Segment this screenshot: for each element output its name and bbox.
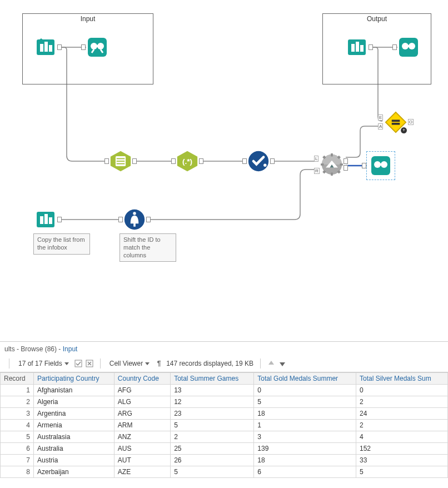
cell: 3 bbox=[254, 431, 356, 443]
results-grid[interactable]: RecordParticipating CountryCountry CodeT… bbox=[0, 372, 448, 478]
cell: 5 bbox=[356, 466, 447, 478]
cell: Algeria bbox=[34, 396, 115, 408]
cell: 18 bbox=[254, 455, 356, 466]
caret-down-icon bbox=[145, 362, 150, 365]
cell: 26 bbox=[171, 455, 254, 466]
cell-rownum: 8 bbox=[1, 466, 34, 478]
input-container-title: Input bbox=[23, 15, 153, 23]
cell: 6 bbox=[254, 466, 356, 478]
filter-tool[interactable] bbox=[247, 150, 270, 172]
cell: 13 bbox=[171, 385, 254, 396]
cell-rownum: 1 bbox=[1, 385, 34, 396]
cell: 5 bbox=[254, 396, 356, 408]
table-row[interactable]: 8AzerbaijanAZE565 bbox=[1, 466, 448, 478]
svg-rect-42 bbox=[380, 163, 382, 166]
cell: 2 bbox=[356, 420, 447, 431]
join-tool[interactable]: L R bbox=[321, 153, 343, 176]
cell: 152 bbox=[356, 443, 447, 455]
cell: Austria bbox=[34, 455, 115, 466]
cell-rownum: 3 bbox=[1, 408, 34, 420]
paragraph-icon[interactable]: ¶ bbox=[155, 360, 163, 367]
cell: 0 bbox=[254, 385, 356, 396]
cell-viewer-dropdown[interactable]: Cell Viewer bbox=[107, 358, 152, 369]
svg-rect-9 bbox=[351, 44, 355, 52]
table-row[interactable]: 4ArmeniaARM512 bbox=[1, 420, 448, 431]
cell-rownum: 2 bbox=[1, 396, 34, 408]
annotation-copy[interactable]: Copy the list from the infobox bbox=[33, 233, 90, 255]
cell: 1 bbox=[254, 420, 356, 431]
cell-rownum: 6 bbox=[1, 443, 34, 455]
cell: 0 bbox=[356, 385, 447, 396]
svg-rect-44 bbox=[40, 216, 43, 224]
col-header[interactable]: Total Silver Medals Sum bbox=[356, 373, 447, 385]
cell: 23 bbox=[171, 408, 254, 420]
join-port-l: L bbox=[314, 156, 318, 162]
cell: 24 bbox=[356, 408, 447, 420]
results-header-mid: - Browse (86) - bbox=[15, 345, 63, 353]
svg-rect-33 bbox=[321, 163, 323, 166]
select-tool[interactable] bbox=[109, 150, 132, 172]
cell: 12 bbox=[171, 396, 254, 408]
col-record[interactable]: Record bbox=[1, 373, 34, 385]
workflow-canvas[interactable]: Input Output + E A O (.* bbox=[0, 0, 448, 339]
col-header[interactable]: Country Code bbox=[114, 373, 170, 385]
browse-tool-input[interactable] bbox=[86, 36, 108, 58]
svg-rect-7 bbox=[96, 45, 98, 47]
svg-point-48 bbox=[133, 212, 136, 215]
col-header[interactable]: Total Gold Medals Summer bbox=[254, 373, 356, 385]
svg-rect-15 bbox=[407, 45, 410, 47]
results-header: ults - Browse (86) - Input bbox=[0, 342, 448, 356]
text-input-tool[interactable] bbox=[34, 208, 57, 231]
check-icon[interactable] bbox=[74, 360, 82, 367]
fields-dropdown[interactable]: 17 of 17 Fields bbox=[16, 358, 71, 369]
svg-rect-3 bbox=[49, 45, 52, 52]
table-row[interactable]: 7AustriaAUT261833 bbox=[1, 455, 448, 466]
cell: Australasia bbox=[34, 431, 115, 443]
compare-tool[interactable]: + E A O bbox=[385, 111, 407, 133]
svg-rect-49 bbox=[133, 222, 136, 227]
cell: Australia bbox=[34, 443, 115, 455]
grid-header-row: RecordParticipating CountryCountry CodeT… bbox=[1, 373, 448, 385]
clear-icon[interactable] bbox=[86, 360, 93, 367]
table-row[interactable]: 6AustraliaAUS25139152 bbox=[1, 443, 448, 455]
annotation-shift[interactable]: Shift the ID to match the columns bbox=[120, 233, 176, 262]
cell-rownum: 7 bbox=[1, 455, 34, 466]
svg-rect-34 bbox=[340, 163, 343, 166]
browse-tool-selected[interactable] bbox=[366, 151, 395, 180]
formula-tool[interactable] bbox=[123, 208, 146, 231]
caret-down-icon bbox=[64, 362, 69, 365]
cell: 2 bbox=[356, 396, 447, 408]
cell: AUS bbox=[114, 443, 170, 455]
svg-rect-10 bbox=[356, 42, 359, 52]
compare-port-e: E bbox=[378, 114, 383, 121]
cell: 25 bbox=[171, 443, 254, 455]
svg-rect-31 bbox=[331, 153, 333, 156]
svg-rect-11 bbox=[360, 45, 364, 52]
browse-tool-output[interactable] bbox=[397, 36, 420, 58]
table-row[interactable]: 2AlgeriaALG1252 bbox=[1, 396, 448, 408]
cell: ALG bbox=[114, 396, 170, 408]
col-header[interactable]: Total Summer Games bbox=[171, 373, 254, 385]
cell: ARG bbox=[114, 408, 170, 420]
svg-rect-18 bbox=[392, 123, 400, 125]
join-port-r: R bbox=[314, 168, 320, 174]
svg-rect-1 bbox=[40, 44, 43, 52]
results-toolbar: 17 of 17 Fields Cell Viewer ¶ 147 record… bbox=[0, 356, 448, 372]
table-row[interactable]: 3ArgentinaARG231824 bbox=[1, 408, 448, 420]
cell-rownum: 5 bbox=[1, 431, 34, 443]
cell-viewer-label: Cell Viewer bbox=[109, 360, 143, 367]
arrow-down-icon[interactable] bbox=[278, 360, 286, 367]
regex-tool[interactable]: (.*) bbox=[176, 150, 198, 172]
svg-rect-17 bbox=[392, 119, 400, 122]
table-row[interactable]: 1AfghanistanAFG1300 bbox=[1, 385, 448, 396]
output-data-tool[interactable] bbox=[346, 36, 368, 58]
arrow-up-icon[interactable] bbox=[267, 360, 275, 367]
compare-port-o: O bbox=[408, 119, 414, 125]
results-header-prefix: ults bbox=[4, 345, 15, 353]
col-header[interactable]: Participating Country bbox=[34, 373, 115, 385]
input-data-tool[interactable] bbox=[34, 36, 57, 58]
table-row[interactable]: 5AustralasiaANZ234 bbox=[1, 431, 448, 443]
cell: 5 bbox=[171, 466, 254, 478]
cell: Armenia bbox=[34, 420, 115, 431]
records-count-label: 147 records displayed, 19 KB bbox=[166, 360, 253, 367]
